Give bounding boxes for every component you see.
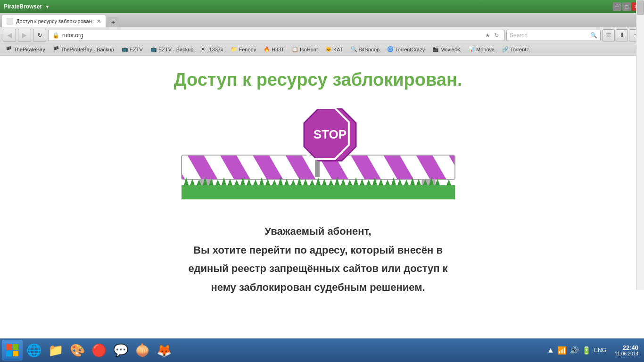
svg-marker-32 xyxy=(291,180,296,185)
bookmark-isohunt[interactable]: 📋 IsoHunt xyxy=(289,45,321,54)
clock-date: 11.06.2014 xyxy=(615,351,638,356)
start-button[interactable] xyxy=(2,340,23,361)
paint-icon: 🎨 xyxy=(70,343,85,358)
bookmark-bitsnoop[interactable]: 🔍 BitSnoop xyxy=(348,45,383,54)
bookmark-label-kat: KAT xyxy=(333,47,343,52)
stop-illustration: STOP xyxy=(158,104,479,203)
tray-lang[interactable]: ENG xyxy=(594,347,606,354)
bookmark-label-eztv: EZTV xyxy=(130,47,143,52)
bookmark-eztv-backup[interactable]: 📺 EZTV - Backup xyxy=(148,45,197,54)
search-placeholder: Search xyxy=(510,32,588,39)
svg-rect-57 xyxy=(6,344,12,350)
search-bar[interactable]: Search 🔍 xyxy=(506,30,601,41)
clock-time: 22:40 xyxy=(623,344,638,351)
bookmark-icon-torrentcrazy: 🌀 xyxy=(387,46,394,53)
page-content-area: Доступ к ресурсу заблокирован. xyxy=(0,56,636,346)
svg-rect-58 xyxy=(13,344,18,350)
address-text: rutor.org xyxy=(62,32,481,39)
bookmark-icon-eztv-backup: 📺 xyxy=(150,46,157,53)
svg-text:STOP: STOP xyxy=(313,127,346,141)
bookmark-icon-eztv: 📺 xyxy=(122,46,128,53)
bookmark-label-bitsnoop: BitSnoop xyxy=(359,47,380,52)
bookmark-icon-h33t: 🔥 xyxy=(264,46,270,53)
bookmark-h33t[interactable]: 🔥 H33T xyxy=(261,45,287,54)
bookmark-torrentcrazy[interactable]: 🌀 TorrentCrazy xyxy=(384,45,428,54)
bookmark-1337x[interactable]: ✕ 1337x xyxy=(198,45,226,54)
firefox-icon: 🦊 xyxy=(157,343,172,358)
bookmark-label-eztv-backup: EZTV - Backup xyxy=(158,47,194,52)
menu-button[interactable]: ☰ xyxy=(603,29,615,41)
taskbar-ie[interactable]: 🌐 xyxy=(24,341,44,360)
tray-volume[interactable]: 🔊 xyxy=(570,346,579,355)
tray-chevron[interactable]: ▲ xyxy=(547,346,554,354)
search-icon[interactable]: 🔍 xyxy=(590,32,597,39)
svg-rect-59 xyxy=(6,351,12,356)
opera-icon: 🔴 xyxy=(91,343,107,358)
svg-marker-20 xyxy=(215,180,220,185)
bookmark-fenopy[interactable]: 📁 Fenopy xyxy=(228,45,259,54)
system-tray: ▲ 📶 🔊 🔋 ENG xyxy=(543,340,610,361)
bookmark-kat[interactable]: 🐱 KAT xyxy=(322,45,346,54)
message-line-1: Уважаемый абонент, xyxy=(188,222,447,241)
tab-close-button[interactable]: ✕ xyxy=(97,18,101,25)
windows-logo-icon xyxy=(6,344,19,357)
bookmark-icon-bitsnoop: 🔍 xyxy=(351,46,357,53)
page-body: Доступ к ресурсу заблокирован. xyxy=(5,56,632,311)
taskbar-tor[interactable]: 🧅 xyxy=(132,341,153,360)
app-title: PirateBrowser xyxy=(4,3,42,10)
taskbar-skype[interactable]: 💬 xyxy=(110,341,131,360)
taskbar-firefox[interactable]: 🦊 xyxy=(154,341,174,360)
forward-button[interactable]: ▶ xyxy=(18,29,31,42)
bookmark-icon-1337x: ✕ xyxy=(201,46,207,53)
ssl-icon: 🔒 xyxy=(52,32,59,39)
svg-rect-60 xyxy=(13,351,18,356)
active-tab[interactable]: Доступ к ресурсу заблокирован! ✕ xyxy=(2,15,106,27)
tor-icon: 🧅 xyxy=(135,343,150,358)
bookmark-movie4k[interactable]: 🎬 Movie4K xyxy=(429,45,463,54)
message-line-3: единый реестр запрещённых сайтов или дос… xyxy=(188,259,447,278)
bookmarks-bar: 🏴 ThePirateBay 🏴 ThePirateBay - Backup 📺… xyxy=(0,43,644,56)
address-bar[interactable]: 🔒 rutor.org ★ ↻ xyxy=(48,30,504,41)
tray-battery[interactable]: 🔋 xyxy=(582,346,591,355)
title-bar: PirateBrowser ▼ ─ □ ✕ xyxy=(0,0,644,13)
new-tab-button[interactable]: + xyxy=(107,17,119,27)
svg-marker-26 xyxy=(253,180,258,185)
reload-button[interactable]: ↻ xyxy=(33,29,46,42)
bookmark-label-h33t: H33T xyxy=(272,47,284,52)
tab-bar: Доступ к ресурсу заблокирован! ✕ + xyxy=(0,13,644,27)
system-clock[interactable]: 22:40 11.06.2014 xyxy=(611,344,642,356)
app-dropdown[interactable]: ▼ xyxy=(45,4,50,9)
back-button[interactable]: ◀ xyxy=(3,29,16,42)
scrollbar-thumb[interactable] xyxy=(637,0,644,15)
minimize-button[interactable]: ─ xyxy=(613,2,621,11)
svg-rect-14 xyxy=(182,185,455,199)
address-reload[interactable]: ↻ xyxy=(493,32,500,39)
svg-marker-50 xyxy=(404,180,409,185)
taskbar-opera[interactable]: 🔴 xyxy=(89,341,109,360)
svg-marker-41 xyxy=(347,180,352,185)
taskbar: 🌐 📁 🎨 🔴 💬 🧅 🦊 ▲ 📶 🔊 🔋 ENG 22:40 11.06.20… xyxy=(0,338,644,362)
scrollbar[interactable] xyxy=(636,0,644,290)
bookmark-thepiratebay-backup[interactable]: 🏴 ThePirateBay - Backup xyxy=(50,45,117,54)
bookmark-icon-torrentz: 🔗 xyxy=(502,46,509,53)
bookmark-label-isohunt: IsoHunt xyxy=(300,47,318,52)
bookmark-label-1337x: 1337x xyxy=(209,47,223,52)
taskbar-paint[interactable]: 🎨 xyxy=(67,341,88,360)
bookmark-monova[interactable]: 📊 Monova xyxy=(465,45,497,54)
download-button[interactable]: ⬇ xyxy=(616,29,628,41)
bookmark-label-torrentz: Torrentz xyxy=(510,47,529,52)
message-container: Уважаемый абонент, Вы хотите перейти по … xyxy=(188,222,447,296)
svg-marker-23 xyxy=(234,180,239,185)
bookmark-label-fenopy: Fenopy xyxy=(239,47,256,52)
bookmark-icon-fenopy: 📁 xyxy=(231,46,237,53)
bookmark-star[interactable]: ★ xyxy=(484,32,492,39)
bookmark-torrentz[interactable]: 🔗 Torrentz xyxy=(499,45,532,54)
bookmark-label-backup: ThePirateBay - Backup xyxy=(61,47,114,52)
bookmark-eztv[interactable]: 📺 EZTV xyxy=(119,45,146,54)
taskbar-explorer[interactable]: 📁 xyxy=(45,341,66,360)
maximize-button[interactable]: □ xyxy=(622,2,631,11)
tray-network[interactable]: 📶 xyxy=(557,346,567,355)
bookmark-thepiratebay[interactable]: 🏴 ThePirateBay xyxy=(3,45,48,54)
svg-marker-35 xyxy=(310,180,314,185)
content-area: Доступ к ресурсу заблокирован. xyxy=(0,56,644,338)
